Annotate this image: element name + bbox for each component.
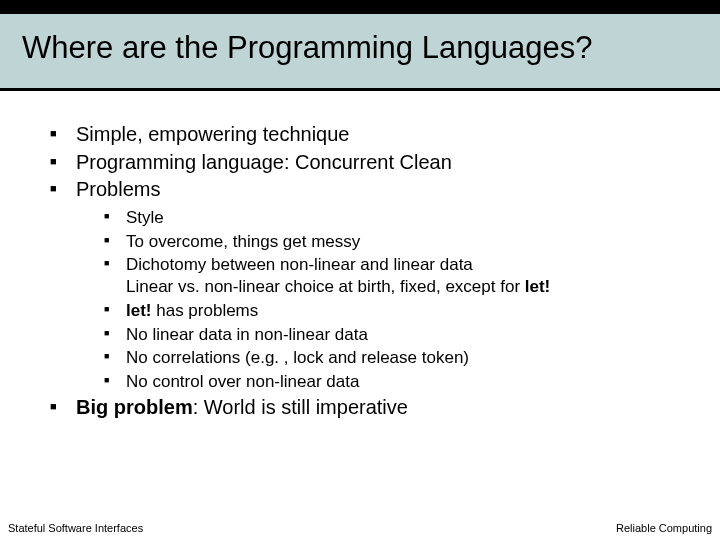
sub-text-line2: Linear vs. non-linear choice at birth, f… — [126, 276, 680, 298]
let-keyword: let! — [126, 301, 152, 320]
sub-text: No correlations (e.g. , lock and release… — [126, 348, 469, 367]
bullet-text: Problems — [76, 178, 160, 200]
title-band: Where are the Programming Languages? — [0, 0, 720, 90]
sub-text: To overcome, things get messy — [126, 232, 360, 251]
slide: Where are the Programming Languages? Sim… — [0, 0, 720, 540]
sub-dichotomy: Dichotomy between non-linear and linear … — [104, 254, 680, 298]
bullet-simple: Simple, empowering technique — [50, 122, 680, 148]
sub-no-control: No control over non-linear data — [104, 371, 680, 393]
sub-no-linear-in-nonlinear: No linear data in non-linear data — [104, 324, 680, 346]
sub-text: Style — [126, 208, 164, 227]
sub-no-correlations: No correlations (e.g. , lock and release… — [104, 347, 680, 369]
footer-left: Stateful Software Interfaces — [8, 522, 143, 534]
sub-overcome: To overcome, things get messy — [104, 231, 680, 253]
sub-let-problems: let! has problems — [104, 300, 680, 322]
big-problem-label: Big problem — [76, 396, 193, 418]
sub-style: Style — [104, 207, 680, 229]
title-underline — [0, 88, 720, 91]
slide-title: Where are the Programming Languages? — [22, 30, 592, 66]
bullet-big-problem: Big problem: World is still imperative — [50, 395, 680, 421]
footer-right: Reliable Computing — [616, 522, 712, 534]
bullet-problems: Problems Style To overcome, things get m… — [50, 177, 680, 393]
big-problem-rest: : World is still imperative — [193, 396, 408, 418]
bullet-text: Simple, empowering technique — [76, 123, 350, 145]
sub-text: No linear data in non-linear data — [126, 325, 368, 344]
sub-text-line1: Dichotomy between non-linear and linear … — [126, 254, 680, 276]
sub-text: has problems — [152, 301, 259, 320]
sub-text-line2-pre: Linear vs. non-linear choice at birth, f… — [126, 277, 525, 296]
bullet-lang: Programming language: Concurrent Clean — [50, 150, 680, 176]
slide-footer: Stateful Software Interfaces Reliable Co… — [0, 522, 720, 540]
top-black-bar — [0, 0, 720, 14]
sub-text: No control over non-linear data — [126, 372, 359, 391]
let-keyword: let! — [525, 277, 551, 296]
slide-body: Simple, empowering technique Programming… — [50, 120, 680, 422]
bullet-text: Programming language: Concurrent Clean — [76, 151, 452, 173]
